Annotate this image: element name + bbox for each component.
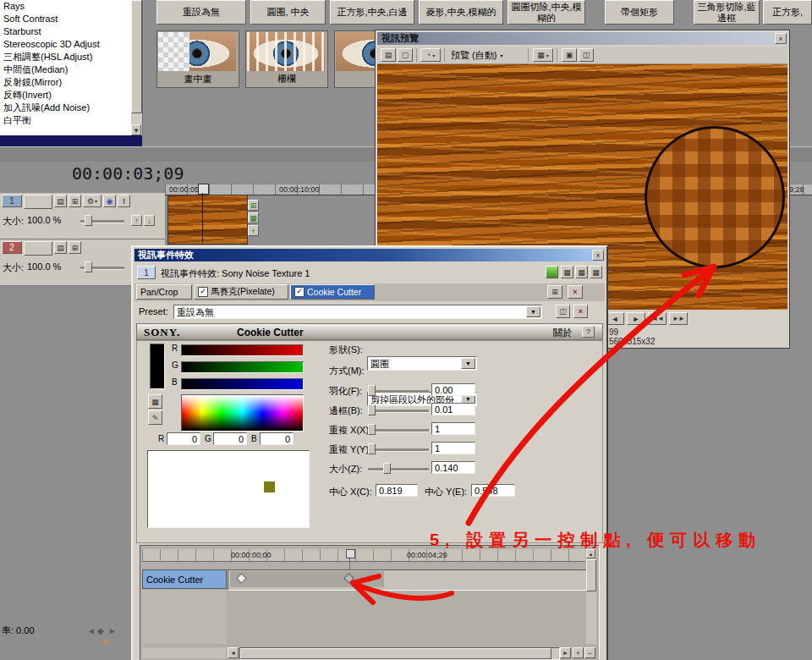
scrollbar-down-button[interactable]: ▾ — [131, 124, 141, 135]
list-view-button[interactable]: ▦ — [590, 266, 602, 278]
repeat-x-slider-track[interactable] — [368, 429, 429, 432]
keyframe-track-label[interactable]: Cookie Cutter — [142, 569, 227, 589]
preset-thumbnail[interactable]: 畫中畫 — [156, 30, 239, 88]
size-slider-thumb[interactable] — [85, 215, 92, 226]
keyframe-hscrollbar[interactable]: ◄ ► + − — [142, 647, 585, 658]
event-fx-button[interactable]: ▦ — [248, 212, 259, 223]
scrollbar-thumb[interactable] — [131, 0, 142, 113]
plugin-tab-pixelate[interactable]: ✓ 馬賽克(Pixelate) — [194, 284, 288, 300]
repeat-x-slider-thumb[interactable] — [368, 424, 376, 435]
feather-input[interactable]: 0.00 — [431, 383, 475, 396]
shape-preview-canvas[interactable] — [147, 450, 310, 528]
preview-quality-dropdown[interactable]: 預覽 (自動) ▾ — [448, 49, 505, 61]
preview-close-button[interactable]: × — [775, 33, 787, 44]
effect-list-item[interactable]: 加入訊噪(Add Noise) — [0, 102, 131, 114]
playhead-handle[interactable] — [198, 184, 209, 195]
timecode-display[interactable]: 00:00:03;09 — [72, 163, 184, 184]
center-y-input[interactable]: 0.548 — [471, 484, 515, 497]
track-name-area[interactable] — [24, 195, 52, 209]
copy-snapshot-button[interactable]: ▣ — [562, 48, 577, 62]
color-palette-button[interactable]: ▦ — [148, 394, 162, 409]
preset-button[interactable]: 帶個矩形 — [605, 0, 674, 25]
dropdown-arrow-icon[interactable]: ▼ — [461, 358, 475, 369]
effect-list-item[interactable]: 反轉(Invert) — [0, 89, 131, 102]
keyframe-down-button[interactable]: ↓ — [144, 215, 155, 226]
keyframe-playhead-handle[interactable] — [346, 549, 355, 558]
track-alert-button[interactable]: ! — [118, 195, 130, 207]
size-z-slider-thumb[interactable] — [383, 463, 391, 474]
vscroll-thumb[interactable] — [586, 559, 596, 591]
size-slider-thumb[interactable] — [85, 261, 92, 272]
grid-overlay-button[interactable]: ▦ ▾ — [533, 48, 553, 62]
fx-enable-toggle[interactable] — [546, 266, 558, 278]
hscroll-left-button[interactable]: ◄ — [228, 647, 239, 658]
repeat-y-slider-track[interactable] — [368, 448, 429, 452]
prev-frame-button[interactable]: ◄ — [606, 312, 624, 325]
track-name-area[interactable] — [24, 241, 52, 256]
red-slider[interactable] — [181, 344, 304, 356]
plugin-checkbox[interactable]: ✓ — [294, 287, 304, 297]
record-arm-button[interactable]: ◉ — [103, 195, 116, 207]
repeat-y-slider-thumb[interactable] — [368, 443, 376, 454]
effect-list-item[interactable]: 白平衡 — [0, 114, 131, 127]
repeat-x-input[interactable]: 1 — [431, 422, 475, 435]
preset-button[interactable]: 圓圈切除,中央,模糊的 — [508, 0, 585, 25]
track-motion-button[interactable]: ⊞ — [69, 195, 81, 207]
project-video-properties-button[interactable]: ▤ — [381, 48, 396, 62]
preset-button[interactable]: 三角形切除,藍邊框 — [694, 0, 760, 25]
preset-dropdown[interactable]: 重設為無 ▼ — [173, 305, 542, 319]
keyframe-next-icon[interactable]: ► — [108, 626, 117, 635]
border-input[interactable]: 0.01 — [431, 403, 475, 415]
track-fx-button[interactable]: ▤ — [54, 241, 67, 254]
feather-slider-thumb[interactable] — [368, 385, 376, 396]
timeline-event-clip[interactable] — [167, 195, 248, 245]
effect-list-item[interactable]: Soft Contrast — [0, 13, 131, 25]
hscroll-track[interactable] — [239, 647, 560, 660]
effect-list-item[interactable]: Rays — [0, 0, 131, 13]
keyframe-prev-icon[interactable]: ◄ — [87, 626, 96, 635]
border-slider-track[interactable] — [368, 410, 429, 413]
size-z-input[interactable]: 0.140 — [431, 461, 475, 474]
about-link[interactable]: 關於 — [553, 327, 572, 339]
effect-list-item[interactable]: 反射鏡(Mirror) — [0, 76, 131, 89]
preview-title-bar[interactable]: 視訊預覽 — [377, 32, 787, 45]
effect-list-item[interactable]: 中間值(Median) — [0, 63, 131, 76]
dialog-title-bar[interactable]: 視訊事件特效 — [134, 249, 605, 261]
preset-button[interactable]: 正方形,中央,白邊 — [330, 0, 414, 25]
preset-button[interactable]: 菱形,中央,模糊的 — [419, 0, 503, 25]
delete-preset-button[interactable]: × — [573, 305, 588, 318]
preset-button[interactable]: 圓圈, 中央 — [250, 0, 326, 25]
automation-settings-button[interactable]: ⚙ ▾ — [83, 195, 102, 207]
plugin-tab-pan-crop[interactable]: Pan/Crop — [136, 284, 192, 300]
eyedropper-button[interactable]: ✎ — [148, 410, 162, 425]
save-preset-button[interactable]: ◫ — [556, 305, 570, 318]
r-value-input[interactable]: 0 — [167, 432, 200, 445]
forward-button[interactable]: ►► — [669, 312, 688, 325]
track-motion-button[interactable]: ⊞ — [69, 241, 81, 254]
zoom-in-button[interactable]: + — [573, 647, 584, 658]
track-number-badge[interactable]: 1 — [2, 195, 22, 207]
center-x-input[interactable]: 0.819 — [376, 484, 418, 497]
zoom-out-button[interactable]: − — [584, 647, 595, 658]
size-z-slider-track[interactable] — [368, 468, 429, 471]
next-frame-button[interactable]: ► — [627, 312, 645, 325]
shape-dropdown[interactable]: 圓圈 ▼ — [367, 356, 477, 371]
remove-plugin-button[interactable]: × — [568, 285, 583, 299]
preset-thumbnail[interactable]: 柵欄 — [245, 30, 328, 88]
repeat-y-input[interactable]: 1 — [431, 442, 475, 454]
feather-slider-track[interactable] — [368, 390, 429, 393]
effect-list-item[interactable]: Starburst — [0, 25, 131, 38]
plugin-tab-cookie-cutter[interactable]: ✓ Cookie Cutter — [290, 284, 375, 300]
keyframe-vscrollbar[interactable]: ▲ — [586, 549, 596, 644]
effect-list-item[interactable]: 三相調整(HSL Adjust) — [0, 51, 131, 63]
keyframe-up-button[interactable]: ↑ — [131, 215, 142, 226]
green-slider[interactable] — [181, 361, 304, 373]
color-spectrum[interactable] — [181, 394, 304, 432]
border-slider-thumb[interactable] — [368, 404, 376, 415]
track-fx-button[interactable]: ▤ — [54, 195, 67, 207]
overlay-toggle-button[interactable]: ◔ ▾ — [420, 48, 441, 62]
rewind-button[interactable]: ◄◄ — [648, 312, 667, 325]
plugin-checkbox[interactable]: ✓ — [198, 287, 208, 297]
split-view-button[interactable]: ▦ — [561, 266, 573, 278]
dropdown-arrow-icon[interactable]: ▼ — [526, 306, 540, 317]
